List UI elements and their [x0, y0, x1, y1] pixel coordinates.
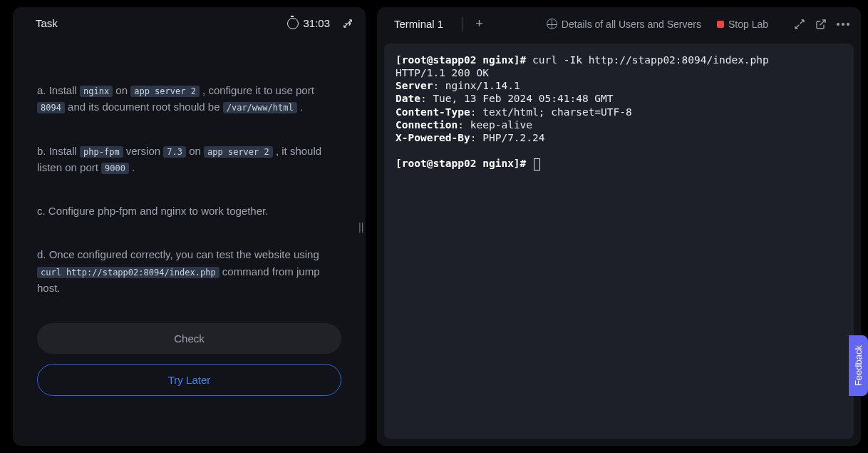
- http-status: HTTP/1.1 200 OK: [396, 67, 489, 78]
- timer-value: 31:03: [303, 17, 330, 29]
- stop-lab-label: Stop Lab: [728, 19, 768, 30]
- command-text: curl -Ik http://stapp02:8094/index.php: [532, 54, 769, 66]
- code-php-fpm: php-fpm: [80, 146, 123, 158]
- code-port-9000: 9000: [101, 163, 129, 174]
- more-options-icon[interactable]: [837, 23, 849, 26]
- terminal-content: [root@stapp02 nginx]# curl -Ik http://st…: [396, 54, 842, 170]
- external-link-icon[interactable]: [815, 19, 827, 30]
- globe-icon: [547, 19, 557, 29]
- code-docroot: /var/www/html: [223, 102, 297, 113]
- code-app-server-2b: app server 2: [204, 146, 273, 158]
- fullscreen-icon[interactable]: [794, 19, 805, 30]
- timer: 31:03: [287, 17, 330, 29]
- task-instructions[interactable]: a. Install nginx on app server 2 , confi…: [13, 39, 366, 446]
- feedback-tab[interactable]: Feedback: [849, 335, 868, 396]
- tab-divider: [462, 17, 463, 31]
- prompt: [root@stapp02 nginx]#: [396, 54, 532, 66]
- task-tab[interactable]: Task: [36, 17, 58, 29]
- terminal-tab[interactable]: Terminal 1: [388, 14, 453, 34]
- panel-resize-handle[interactable]: ||: [358, 221, 363, 233]
- try-later-button[interactable]: Try Later: [37, 364, 341, 396]
- add-terminal-button[interactable]: +: [471, 15, 487, 33]
- code-app-server-2: app server 2: [130, 86, 200, 97]
- terminal-panel: Terminal 1 + Details of all Users and Se…: [377, 7, 861, 446]
- instruction-d: d. Once configured correctly, you can te…: [37, 246, 341, 296]
- details-link[interactable]: Details of all Users and Servers: [547, 19, 701, 30]
- terminal-header: Terminal 1 + Details of all Users and Se…: [377, 7, 861, 41]
- code-version-73: 7.3: [163, 146, 186, 158]
- expand-icon[interactable]: [343, 19, 353, 29]
- task-panel: Task 31:03 a. Install nginx on app serve…: [13, 7, 366, 446]
- svg-line-0: [820, 20, 825, 25]
- instruction-c: c. Configure php-fpm and nginx to work t…: [37, 203, 341, 219]
- check-button[interactable]: Check: [37, 323, 341, 354]
- task-header-actions: 31:03: [287, 17, 353, 29]
- code-curl-cmd: curl http://stapp02:8094/index.php: [37, 267, 219, 278]
- code-port-8094: 8094: [37, 102, 65, 113]
- code-nginx: nginx: [80, 86, 113, 97]
- stop-icon: [717, 21, 724, 28]
- task-header: Task 31:03: [13, 7, 366, 39]
- stopwatch-icon: [287, 18, 299, 29]
- stop-lab-button[interactable]: Stop Lab: [717, 19, 768, 30]
- prompt: [root@stapp02 nginx]#: [396, 158, 532, 169]
- instruction-a: a. Install nginx on app server 2 , confi…: [37, 82, 341, 116]
- instruction-b: b. Install php-fpm version 7.3 on app se…: [37, 143, 341, 176]
- details-label: Details of all Users and Servers: [562, 19, 701, 30]
- cursor-icon: [534, 158, 540, 170]
- terminal-output[interactable]: [root@stapp02 nginx]# curl -Ik http://st…: [384, 44, 854, 439]
- task-buttons: Check Try Later: [37, 323, 341, 403]
